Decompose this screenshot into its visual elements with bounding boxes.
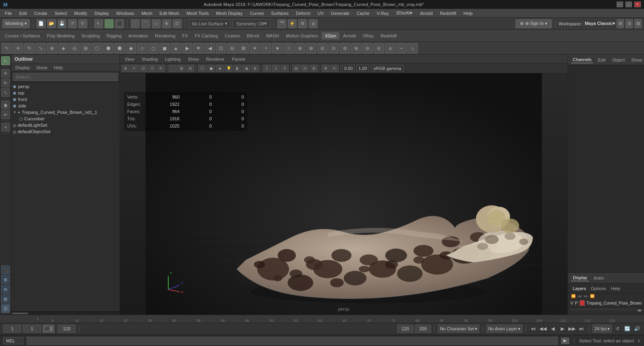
vp-pan-btn[interactable]: ☩ <box>148 65 156 72</box>
vp-menu-shading[interactable]: Shading <box>138 56 161 62</box>
move-tool-button[interactable]: ✛ <box>1 69 10 78</box>
transport-go-end[interactable]: ⏭ <box>578 325 586 332</box>
mel-mode-label[interactable]: MEL <box>3 337 23 344</box>
render-button[interactable]: 🎬 <box>277 19 286 28</box>
menu-display[interactable]: Display <box>91 10 112 16</box>
loop-btn[interactable]: 🔄 <box>623 325 631 332</box>
snap-point-button[interactable]: ◇ <box>152 19 161 28</box>
vp-layout-single[interactable]: ⬛ <box>169 65 177 72</box>
shelf-tab-fx-caching[interactable]: FX Caching <box>192 32 221 39</box>
vp-hud-btn[interactable]: ⊡ <box>301 65 309 72</box>
tool-21[interactable]: ☆ <box>283 43 294 54</box>
shelf-tab-bifrost[interactable]: Bifrost <box>244 32 262 39</box>
outliner-scrollbar[interactable] <box>11 311 120 315</box>
menu-deform[interactable]: Deform <box>293 10 314 16</box>
lasso-tool-button[interactable]: ⬚ <box>105 19 114 28</box>
transport-play[interactable]: ▶ <box>558 325 566 332</box>
rp-tab-show[interactable]: Show <box>630 57 644 63</box>
tool-7[interactable]: ◆ <box>126 43 136 54</box>
tool-28[interactable]: ⊜ <box>362 43 373 54</box>
tool-19[interactable]: ✧ <box>261 43 271 54</box>
audio-btn[interactable]: 🔊 <box>633 325 641 332</box>
tree-item-front[interactable]: ▣ front <box>11 96 120 103</box>
tree-item-default-light-set[interactable]: ◎ defaultLightSet <box>11 122 120 128</box>
vp-menu-view[interactable]: View <box>122 56 138 62</box>
menu-3dttoall[interactable]: 3DtoAll▾ <box>393 10 416 16</box>
workspace-value[interactable]: Maya Classic▾ <box>585 21 615 26</box>
snap-project-button[interactable]: ⊡ <box>173 19 182 28</box>
tool-32[interactable]: ⌂ <box>407 43 418 54</box>
timeline-ruler[interactable]: 1 5 10 15 20 25 30 35 40 45 50 55 60 65 … <box>0 315 644 323</box>
menu-generate[interactable]: Generate <box>328 10 353 16</box>
timeline-range-end-2[interactable]: 120 <box>397 325 413 333</box>
vp-orbit-btn[interactable]: ↻ <box>157 65 165 72</box>
frame-box-indicator[interactable]: ⬛ 1 <box>43 325 54 333</box>
tool-11[interactable]: ▲ <box>171 43 181 54</box>
tool-6[interactable]: ⬟ <box>114 43 125 54</box>
redo-button[interactable]: ↻ <box>78 19 87 28</box>
show-manip-button[interactable]: ⌖ <box>1 123 10 132</box>
paint-tool-button[interactable]: ✏ <box>1 110 10 119</box>
tool-scale[interactable]: ⤡ <box>35 43 46 54</box>
layer-forward-icon[interactable]: ⏩ <box>590 294 594 298</box>
tool-12[interactable]: ▶ <box>182 43 192 54</box>
menu-surfaces[interactable]: Surfaces <box>268 10 292 16</box>
tool-25[interactable]: ⊙ <box>328 43 339 54</box>
render-region-button[interactable]: ⬛ <box>1 266 10 274</box>
tree-item-default-object-set[interactable]: ◎ defaultObjectSet <box>11 128 120 135</box>
render-settings-button[interactable]: ⚙ <box>298 19 307 28</box>
xgen-button[interactable]: ⊞ <box>1 275 10 284</box>
vp-headup-btn[interactable]: ⊟ <box>310 65 318 72</box>
transport-go-start[interactable]: ⏮ <box>529 325 537 332</box>
shelf-tab-custom[interactable]: Custom <box>221 32 243 39</box>
tool-26[interactable]: ⊚ <box>340 43 350 54</box>
shelf-tab-arnold[interactable]: Arnold <box>340 32 359 39</box>
shelf-tab-redshift[interactable]: Redshift <box>377 32 400 39</box>
vp-display-ao[interactable]: ◑ <box>242 65 250 72</box>
menu-edit-mesh[interactable]: Edit Mesh <box>156 10 182 16</box>
rp-bottom-display-tab[interactable]: Display <box>571 274 589 281</box>
shelf-tab-fx[interactable]: FX <box>179 32 191 39</box>
menu-vray[interactable]: V-Ray <box>374 10 392 16</box>
rp-tab-edit[interactable]: Edit <box>596 57 607 63</box>
ipr-button[interactable]: ⚡ <box>288 19 297 28</box>
vp-layout-four[interactable]: ⊞ <box>178 65 186 72</box>
vp-display-shadows[interactable]: ◐ <box>233 65 242 72</box>
workspace-mode-dropdown[interactable]: Modeling ▾ <box>2 19 30 28</box>
outliner-search-input[interactable] <box>13 73 118 81</box>
snap-grid-button[interactable]: ⋮ <box>131 19 140 28</box>
no-anim-dropdown[interactable]: No Anim Layer ▾ <box>486 325 522 333</box>
tool-3[interactable]: ⊞ <box>80 43 91 54</box>
menu-uv[interactable]: UV <box>314 10 327 16</box>
tool-1[interactable]: ◈ <box>58 43 68 54</box>
pause-button[interactable]: ⏸ <box>309 19 318 28</box>
menu-curves[interactable]: Curves <box>247 10 267 16</box>
tool-14[interactable]: ◀ <box>204 43 215 54</box>
close-button[interactable]: ✕ <box>634 2 641 7</box>
save-scene-button[interactable]: 💾 <box>58 19 66 28</box>
shelf-tab-vray[interactable]: VRay <box>359 32 377 39</box>
vp-grid-btn[interactable]: ⊞ <box>292 65 300 72</box>
vp-refresh-btn[interactable]: ↻ <box>330 65 339 72</box>
xgen-btn2[interactable]: ⊟ <box>1 285 10 294</box>
paint-select-button[interactable]: ⬛ <box>115 19 124 28</box>
menu-mesh-tools[interactable]: Mesh Tools <box>183 10 212 16</box>
shelf-tab-curves-surfaces[interactable]: Curves / Surfaces <box>2 32 43 39</box>
layers-tab[interactable]: Layers <box>571 286 588 291</box>
menu-windows[interactable]: Windows <box>113 10 138 16</box>
new-scene-button[interactable]: 📄 <box>37 19 45 28</box>
mel-execute-btn[interactable]: ▶ <box>561 338 569 344</box>
menu-arnold[interactable]: Arnold <box>417 10 436 16</box>
vp-menu-show[interactable]: Show <box>185 56 202 62</box>
tool-30[interactable]: ⌀ <box>385 43 395 54</box>
layer-item-trepang[interactable]: V P Trepang_Curved_Pose_Brown <box>568 299 644 307</box>
snap-view-button[interactable]: ⊕ <box>162 19 171 28</box>
menu-help[interactable]: Help <box>460 10 476 16</box>
shelf-tab-mash[interactable]: MASH <box>263 32 282 39</box>
status-help-icon[interactable]: ⚙ <box>637 339 641 343</box>
menu-mesh-display[interactable]: Mesh Display <box>213 10 246 16</box>
transport-step-forward[interactable]: ▶▶ <box>568 325 576 332</box>
vp-display-lights[interactable]: 💡 <box>225 65 233 72</box>
vp-fit-btn[interactable]: ⊡ <box>139 65 147 72</box>
menu-file[interactable]: File <box>2 10 15 16</box>
